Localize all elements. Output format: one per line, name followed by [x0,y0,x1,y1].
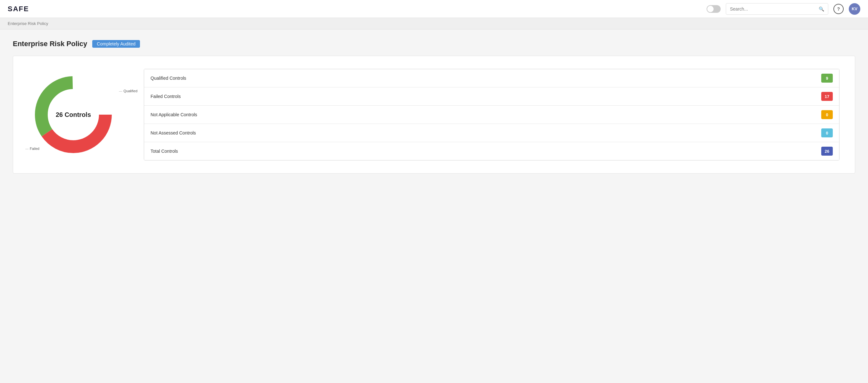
search-container: 🔍 [726,3,828,15]
stats-table: Qualified Controls 9 Failed Controls 17 … [144,69,839,160]
help-icon[interactable]: ? [833,4,844,14]
stats-badge: 0 [821,128,833,137]
stats-row-label: Failed Controls [151,94,821,99]
page-title: Enterprise Risk Policy [13,40,87,48]
stats-row: Qualified Controls 9 [144,69,839,88]
stats-row-label: Total Controls [151,149,821,154]
logo: SAFE [8,5,29,13]
avatar[interactable]: KV [849,3,860,15]
header: SAFE 🔍 ? KV [0,0,868,18]
chart-container: 26 Controls Failed Qualified [29,70,118,159]
stats-row-label: Qualified Controls [151,75,821,81]
page-header: Enterprise Risk Policy Completely Audite… [13,40,855,48]
search-input[interactable] [730,6,816,11]
stats-row-label: Not Applicable Controls [151,112,821,117]
stats-row: Total Controls 26 [144,142,839,160]
status-badge: Completely Audited [92,40,140,48]
header-right: 🔍 ? KV [707,3,860,15]
toggle-switch[interactable] [707,5,721,13]
stats-row-label: Not Assessed Controls [151,130,821,135]
chart-label-failed: Failed [25,147,39,151]
stats-badge: 26 [821,147,833,156]
stats-badge: 0 [821,110,833,119]
stats-badge: 9 [821,74,833,83]
breadcrumb-text: Enterprise Risk Policy [8,21,48,26]
stats-badge: 17 [821,92,833,101]
main-content: Enterprise Risk Policy Completely Audite… [0,29,868,184]
stats-row: Not Assessed Controls 0 [144,124,839,142]
dashboard-panel: 26 Controls Failed Qualified Qualified C… [13,56,855,173]
stats-row: Failed Controls 17 [144,88,839,106]
stats-row: Not Applicable Controls 0 [144,106,839,124]
search-icon: 🔍 [819,6,824,11]
chart-center-label: 26 Controls [56,111,91,119]
chart-label-qualified: Qualified [119,89,137,93]
breadcrumb: Enterprise Risk Policy [0,18,868,29]
